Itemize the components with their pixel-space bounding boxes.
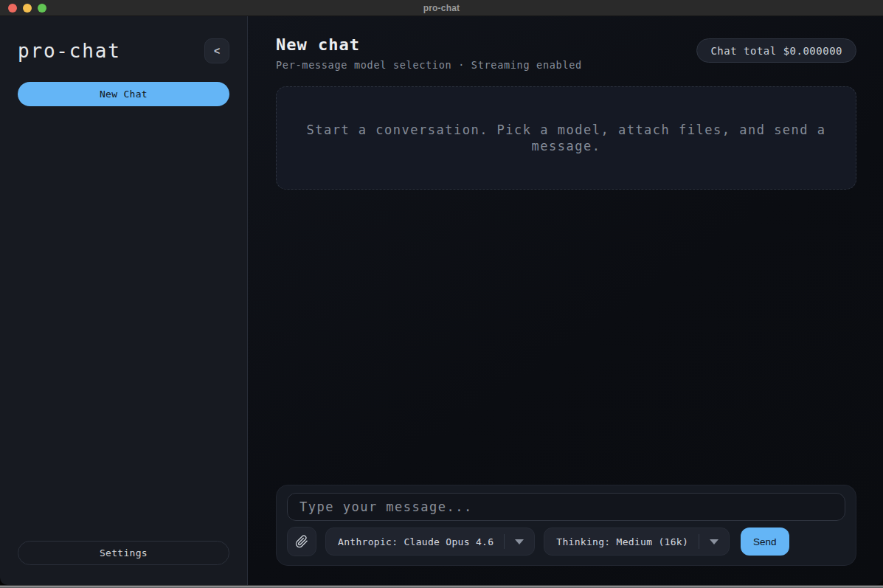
- chat-total-badge: Chat total $0.000000: [696, 38, 856, 63]
- page-title: New chat: [276, 35, 582, 54]
- chevron-down-icon: [515, 539, 524, 544]
- chevron-left-icon: <: [214, 45, 220, 57]
- settings-button[interactable]: Settings: [18, 541, 229, 565]
- main-panel: New chat Per-message model selection · S…: [248, 16, 883, 585]
- sidebar-spacer: [18, 106, 229, 541]
- window-title: pro-chat: [0, 3, 883, 13]
- model-select[interactable]: Anthropic: Claude Opus 4.6: [325, 528, 535, 556]
- thinking-select[interactable]: Thinking: Medium (16k): [544, 528, 730, 556]
- sidebar: pro-chat < New Chat Settings: [0, 16, 248, 585]
- attach-file-button[interactable]: [287, 527, 316, 556]
- main-header-text: New chat Per-message model selection · S…: [276, 35, 582, 71]
- send-button[interactable]: Send: [741, 528, 789, 556]
- thinking-select-caret: [699, 539, 729, 544]
- titlebar: pro-chat: [0, 0, 883, 16]
- composer: Anthropic: Claude Opus 4.6 Thinking: Med…: [276, 485, 856, 566]
- messages-area: [276, 190, 856, 485]
- app-body: pro-chat < New Chat Settings New chat Pe…: [0, 16, 883, 585]
- sidebar-header: pro-chat <: [18, 38, 229, 63]
- page-subtitle: Per-message model selection · Streaming …: [276, 59, 582, 71]
- app-title: pro-chat: [18, 40, 121, 62]
- sidebar-collapse-button[interactable]: <: [204, 38, 229, 63]
- message-input[interactable]: [287, 493, 845, 521]
- composer-toolbar: Anthropic: Claude Opus 4.6 Thinking: Med…: [287, 527, 845, 556]
- chevron-down-icon: [710, 539, 718, 544]
- window-bottom-edge: [0, 585, 883, 588]
- new-chat-button[interactable]: New Chat: [18, 82, 229, 106]
- model-select-value: Anthropic: Claude Opus 4.6: [338, 536, 494, 547]
- thinking-select-value: Thinking: Medium (16k): [556, 536, 688, 547]
- main-header: New chat Per-message model selection · S…: [276, 35, 856, 71]
- empty-state-panel: Start a conversation. Pick a model, atta…: [276, 86, 856, 190]
- paperclip-icon: [295, 535, 308, 548]
- empty-state-message: Start a conversation. Pick a model, atta…: [297, 122, 835, 155]
- model-select-caret: [505, 539, 534, 544]
- app-window: pro-chat pro-chat < New Chat Settings Ne…: [0, 0, 883, 585]
